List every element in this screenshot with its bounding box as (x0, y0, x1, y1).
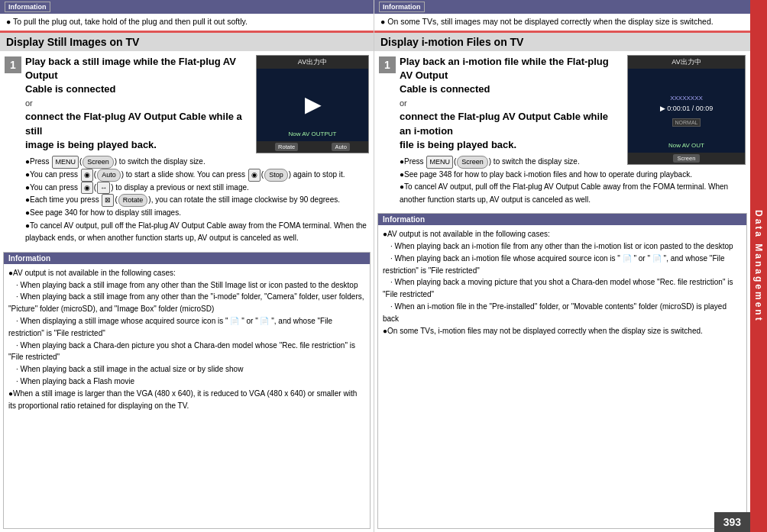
bullet-dot-top-left: ● (6, 17, 11, 26)
sidebar-label: Data Management (750, 0, 767, 532)
left-bullet-4: ●Each time you press ⊠(Rotate), you can … (25, 194, 369, 207)
right-tv-footer: Screen (628, 153, 745, 164)
bullet-dot-top-right: ● (380, 17, 385, 26)
left-info-line-7: ●When a still image is larger than the V… (8, 388, 365, 412)
left-info-block-title: Information (4, 253, 370, 264)
left-info-block-body: ●AV output is not available in the follo… (4, 264, 370, 415)
left-tv-footer-rotate: Rotate (275, 143, 298, 151)
right-info-line-5: ●On some TVs, i-motion files may not be … (383, 325, 742, 337)
left-info-line-5: · When playing back a still image in the… (8, 363, 365, 376)
right-info-line-2: · When playing back an i-motion file who… (383, 253, 742, 277)
left-bullet-2: ●You can press ◉(Auto) to start a slide … (25, 169, 369, 182)
right-info-line-0: ●AV output is not available in the follo… (383, 228, 742, 240)
page-number: 393 (714, 512, 750, 532)
left-tv-footer-auto: Auto (332, 143, 349, 151)
right-tv-now-av: Now AV OUT (668, 142, 704, 149)
right-info-line-1: · When playing back an i-motion file fro… (383, 240, 742, 253)
left-step-content: AV出力中 ▶ Now AV OUTPUT Rotate Auto Play b… (25, 55, 369, 245)
right-step-number: 1 (379, 56, 396, 73)
left-info-line-3: · When displaying a still image whose ac… (8, 315, 365, 340)
left-bullet-3: ●You can press ◉(↔) to display a previou… (25, 182, 369, 195)
left-info-line-1: · When playing back a still image from a… (8, 279, 365, 292)
left-section-header: Display Still Images on TV (0, 31, 374, 51)
left-bullet-1: ●Press MENU(Screen) to switch the displa… (25, 156, 369, 169)
right-info-line-3: · When playing back a moving picture tha… (383, 276, 742, 301)
left-bullet-6: ●To cancel AV output, pull off the Flat-… (25, 220, 369, 245)
right-tv-controls: NORMAL (672, 118, 701, 127)
right-bullet-2: ●See page 348 for how to play back i-mot… (400, 169, 746, 182)
left-tv-arrow: ▶ (305, 93, 320, 117)
left-tv-body: ▶ Now AV OUTPUT (257, 69, 368, 141)
left-section-title: Display Still Images on TV (6, 36, 139, 48)
left-step1: 1 AV出力中 ▶ Now AV OUTPUT Rotate Auto (0, 51, 374, 249)
right-info-banner: Information (374, 0, 750, 14)
right-tv-image: AV出力中 XXXXXXXX ▶ 0:00:01 / 00:09 NORMAL … (627, 55, 746, 165)
right-tv-time: ▶ 0:00:01 / 00:09 (660, 105, 714, 112)
left-top-info-text: ● To pull the plug out, take hold of the… (0, 14, 374, 31)
right-bullet-3: ●To cancel AV output, pull off the Flat-… (400, 181, 746, 206)
left-tv-image: AV出力中 ▶ Now AV OUTPUT Rotate Auto (256, 55, 369, 153)
left-info-block: Information ●AV output is not available … (3, 252, 371, 529)
left-sub-bullets: ●Press MENU(Screen) to switch the displa… (25, 156, 369, 245)
right-tv-footer-screen: Screen (673, 154, 701, 163)
right-section-header: Display i-motion Files on TV (374, 31, 750, 51)
right-info-block: Information ●AV output is not available … (377, 213, 747, 529)
left-tv-now-av: Now AV OUTPUT (289, 131, 337, 137)
right-tv-normal: NORMAL (672, 118, 701, 127)
info-icon-left: Information (5, 2, 50, 12)
right-top-info-text: ● On some TVs, still images may not be d… (374, 14, 750, 31)
left-tv-header: AV出力中 (257, 56, 368, 69)
right-tv-header: AV出力中 (628, 56, 745, 69)
right-step-content: AV出力中 XXXXXXXX ▶ 0:00:01 / 00:09 NORMAL … (400, 55, 746, 206)
right-info-block-title: Information (378, 214, 746, 225)
left-bullet-5: ●See page 340 for how to display still i… (25, 207, 369, 220)
right-tv-body: XXXXXXXX ▶ 0:00:01 / 00:09 NORMAL Now AV… (628, 69, 745, 153)
left-info-banner: Information (0, 0, 374, 14)
right-tv-label-x: XXXXXXXX (670, 95, 703, 102)
left-info-line-0: ●AV output is not available in the follo… (8, 267, 365, 279)
right-section-title: Display i-motion Files on TV (380, 36, 523, 48)
info-icon-right: Information (379, 2, 425, 12)
right-info-block-body: ●AV output is not available in the follo… (378, 225, 746, 340)
left-tv-footer: Rotate Auto (257, 141, 368, 153)
left-step-number: 1 (5, 56, 21, 73)
left-column: Information ● To pull the plug out, take… (0, 0, 374, 532)
right-column: Information ● On some TVs, still images … (374, 0, 750, 532)
left-info-line-2: · When playing back a still image from a… (8, 291, 365, 315)
right-info-line-4: · When an i-motion file in the "Pre-inst… (383, 301, 742, 325)
right-step1: 1 AV出力中 XXXXXXXX ▶ 0:00:01 / 00:09 NORMA… (374, 51, 750, 210)
left-info-line-6: · When playing back a Flash movie (8, 376, 365, 388)
left-info-line-4: · When playing back a Chara-den picture … (8, 340, 365, 364)
